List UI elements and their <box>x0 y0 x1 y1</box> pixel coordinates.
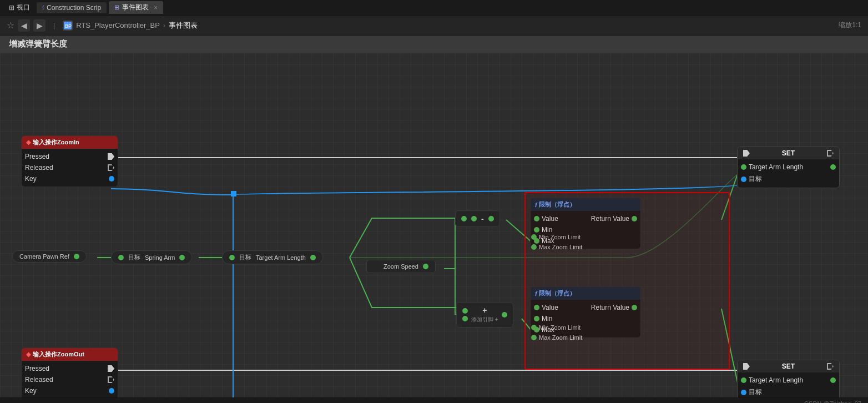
top-bar: ⊞ 视口 f Construction Scrip ⊞ 事件图表 × <box>0 0 868 16</box>
pressed-pin <box>108 153 114 160</box>
minus-in1-pin <box>461 216 467 221</box>
input-zoom-in-body: Pressed Released Key <box>22 149 118 187</box>
clamp1-min-zoom-pin <box>531 234 537 240</box>
input-zoom-out-header: ◈ 输入操作ZoomOut <box>22 348 118 361</box>
key-pin2 <box>109 388 114 394</box>
set2-body: Target Arm Length 目标 <box>738 372 839 397</box>
tab-event-graph[interactable]: ⊞ 事件图表 × <box>109 1 163 14</box>
plus-in2-pin <box>462 316 468 321</box>
wire-overlay <box>0 53 868 397</box>
footer-bar: CSDN @Zhichao_97 <box>0 397 868 403</box>
camera-pawn-ref-node: Camera Pawn Ref <box>12 250 87 263</box>
key-pin <box>109 176 114 182</box>
add-pin-label: 添加引脚 + <box>471 316 498 324</box>
clamp2-min-pin <box>534 316 539 321</box>
clamp2-min-label: Min <box>542 315 552 323</box>
plus-op-label: + <box>482 306 487 315</box>
clamp2-value-pin <box>534 305 539 310</box>
input-zoom-in-node: ◈ 输入操作ZoomIn Pressed Released Key <box>21 135 118 187</box>
input-zoom-in-title: 输入操作ZoomIn <box>33 138 79 147</box>
set2-arm-in-pin <box>741 377 746 383</box>
clamp1-return-label: Return Value <box>591 215 629 223</box>
minus-node: - <box>455 210 500 227</box>
zoom-speed-out-pin <box>423 264 428 269</box>
released-label: Released <box>25 164 53 172</box>
zoom-label: 缩放1:1 <box>839 21 861 30</box>
plus-node: + 添加引脚 + <box>456 302 513 328</box>
set1-body: Target Arm Length 目标 <box>738 159 839 188</box>
camera-pawn-ref-label: Camera Pawn Ref <box>19 253 69 260</box>
target-node1: 目标 Spring Arm <box>111 250 192 264</box>
clamp1-header: f 限制（浮点） <box>531 198 640 211</box>
clamp1-min-pin <box>534 227 539 233</box>
key-row2: Key <box>22 385 118 396</box>
tab-close-btn[interactable]: × <box>154 4 158 12</box>
clamp1-value-pin <box>534 216 539 221</box>
set1-arm-out-pin <box>830 164 836 170</box>
pressed-pin2 <box>108 365 114 372</box>
breadcrumb-bar: ☆ ◀ ▶ | BP RTS_PlayerController_BP › 事件图… <box>0 16 868 36</box>
window-icon: ⊞ <box>9 4 14 12</box>
key-label2: Key <box>25 387 37 395</box>
clamp1-title: 限制（浮点） <box>539 200 576 209</box>
set2-title: SET <box>782 362 795 370</box>
input-zoom-out-title: 输入操作ZoomOut <box>33 350 84 359</box>
clamp2-min-zoom-label: Min Zoom Limit <box>539 324 581 331</box>
target1-in-pin <box>118 255 124 260</box>
clamp2-value-label: Value <box>542 304 558 311</box>
set1-arm-label: Target Arm Length <box>749 163 803 171</box>
target1-label: 目标 <box>128 253 140 261</box>
plus-out-pin <box>502 312 507 318</box>
clamp1-max-zoom-pin <box>531 244 537 250</box>
key-label: Key <box>25 175 37 183</box>
camera-pawn-out-pin <box>74 254 79 259</box>
set2-exec-in <box>743 363 750 370</box>
set2-arm-out-pin <box>830 377 836 383</box>
set1-arm-in-pin <box>741 164 746 170</box>
clamp2-max-zoom-pin <box>531 335 537 340</box>
spring-arm-label: Spring Arm <box>145 254 175 261</box>
back-button[interactable]: ◀ <box>18 19 30 32</box>
clamp2-return-label: Return Value <box>591 304 629 311</box>
released-row2: Released <box>22 374 118 385</box>
clamp2-min-zoom-pin <box>531 325 537 330</box>
set-node2: SET Target Arm Length 目标 <box>737 360 840 397</box>
breadcrumb-sep: › <box>163 22 165 29</box>
clamp2-title: 限制（浮点） <box>539 289 576 298</box>
target1-out-pin <box>179 255 185 260</box>
pressed-row2: Pressed <box>22 363 118 374</box>
clamp1-min-zoom-label: Min Zoom Limit <box>539 234 581 240</box>
warning-icon: ◈ <box>26 139 31 146</box>
target-arm-length-label: Target Arm Length <box>256 254 306 261</box>
released-row: Released <box>22 162 118 173</box>
set2-exec-out <box>827 363 834 370</box>
breadcrumb-section[interactable]: 事件图表 <box>169 21 198 31</box>
breadcrumb-controller[interactable]: RTS_PlayerController_BP <box>76 21 160 29</box>
minus-op-label: - <box>481 214 484 223</box>
pressed-row: Pressed <box>22 151 118 162</box>
section-header: 增减弹簧臂长度 <box>0 36 868 53</box>
plus-in1-pin <box>462 308 468 314</box>
func-icon: f <box>42 4 44 11</box>
forward-button[interactable]: ▶ <box>33 19 46 32</box>
window-menu[interactable]: ⊞ 视口 <box>4 2 34 13</box>
released-pin <box>108 164 114 171</box>
input-zoom-in-header: ◈ 输入操作ZoomIn <box>22 136 118 149</box>
arm-in-pin <box>229 255 235 260</box>
star-button[interactable]: ☆ <box>7 20 14 31</box>
key-row: Key <box>22 173 118 184</box>
clamp2-func-icon: f <box>535 290 537 297</box>
footer-credit: CSDN @Zhichao_97 <box>804 400 861 404</box>
target-arm-label: 目标 <box>239 253 251 261</box>
blueprint-canvas[interactable]: ◈ 输入操作ZoomIn Pressed Released Key ◈ 输入操作… <box>0 53 868 397</box>
section-title: 增减弹簧臂长度 <box>9 39 67 48</box>
tab-construction-script[interactable]: f Construction Scrip <box>37 2 107 13</box>
set1-target-pin <box>741 177 746 182</box>
released-pin2 <box>108 376 114 383</box>
arm-out-pin <box>310 255 316 260</box>
set-node1: SET Target Arm Length 目标 <box>737 147 840 188</box>
input-zoom-out-node: ◈ 输入操作ZoomOut Pressed Released Key <box>21 347 118 397</box>
clamp1-max-zoom-label: Max Zoom Limit <box>539 244 582 250</box>
set1-exec-out <box>827 150 834 157</box>
minus-in2-pin <box>471 216 477 221</box>
